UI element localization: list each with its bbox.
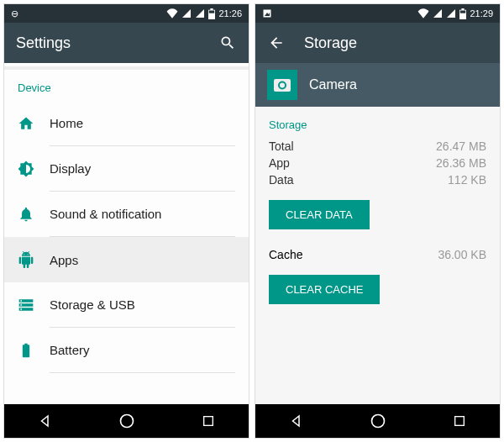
settings-screen: ⊖ 21:26 Settings Device Home — [3, 3, 249, 439]
page-title: Settings — [16, 34, 218, 52]
section-label: Device — [4, 70, 249, 101]
wifi-icon — [417, 8, 429, 18]
app-bar: Settings — [4, 23, 249, 63]
android-icon — [18, 251, 50, 268]
app-bar: Storage — [255, 23, 500, 63]
nav-recent-icon[interactable] — [198, 411, 218, 431]
clear-cache-button[interactable]: CLEAR CACHE — [269, 275, 380, 304]
clock-text: 21:26 — [218, 8, 242, 18]
back-arrow-icon[interactable] — [267, 34, 286, 52]
nav-recent-icon[interactable] — [449, 411, 470, 431]
nav-home-icon[interactable] — [117, 411, 137, 431]
svg-point-8 — [371, 415, 384, 428]
svg-rect-0 — [209, 10, 214, 13]
battery-icon — [208, 8, 215, 19]
storage-app-row: App 26.36 MB — [255, 155, 500, 171]
nav-back-icon[interactable] — [286, 411, 307, 431]
storage-total-row: Total 26.47 MB — [255, 138, 500, 155]
settings-content: Device Home Display Sound & notification… — [4, 63, 249, 404]
svg-rect-2 — [203, 417, 213, 426]
row-value: 26.47 MB — [436, 139, 486, 153]
nav-back-icon[interactable] — [35, 411, 55, 431]
item-label: Storage & USB — [50, 282, 235, 328]
row-label: Total — [269, 139, 294, 153]
wifi-icon — [166, 8, 178, 18]
battery-icon — [459, 8, 466, 19]
row-label: App — [269, 156, 290, 170]
navigation-bar — [255, 404, 500, 438]
signal-icon — [433, 8, 443, 18]
item-label: Home — [50, 101, 235, 146]
settings-item-storage[interactable]: Storage & USB — [4, 282, 249, 328]
signal-icon — [181, 8, 192, 18]
item-label: Apps — [50, 237, 235, 282]
settings-item-home[interactable]: Home — [4, 101, 249, 146]
clock-text: 21:29 — [470, 8, 493, 18]
row-value: 26.36 MB — [436, 156, 486, 170]
signal-icon — [446, 8, 456, 18]
bell-icon — [18, 206, 50, 223]
svg-point-1 — [120, 415, 133, 428]
clear-data-button[interactable]: CLEAR DATA — [269, 200, 370, 229]
display-icon — [18, 160, 50, 177]
home-icon — [18, 115, 50, 132]
dnd-icon: ⊖ — [11, 8, 18, 19]
storage-icon — [18, 297, 50, 313]
section-label: Storage — [255, 107, 500, 138]
camera-app-icon — [267, 70, 297, 100]
status-bar: 21:29 — [255, 4, 500, 23]
signal-icon — [195, 8, 205, 18]
app-name: Camera — [309, 77, 357, 92]
item-label: Battery — [50, 328, 235, 373]
settings-item-sound[interactable]: Sound & notification — [4, 192, 249, 237]
svg-rect-9 — [454, 417, 464, 426]
item-label: Display — [50, 146, 235, 192]
search-icon[interactable] — [218, 34, 237, 52]
storage-cache-row: Cache 36.00 KB — [255, 241, 500, 263]
row-value: 36.00 KB — [438, 248, 486, 261]
item-label: Sound & notification — [50, 192, 235, 237]
row-label: Cache — [269, 248, 302, 261]
navigation-bar — [4, 404, 249, 438]
status-bar: ⊖ 21:26 — [4, 4, 249, 23]
screenshot-icon — [262, 8, 272, 18]
page-title: Storage — [304, 34, 488, 52]
storage-data-row: Data 112 KB — [255, 171, 500, 188]
row-label: Data — [269, 173, 294, 187]
svg-rect-4 — [460, 10, 465, 13]
svg-point-7 — [280, 83, 285, 88]
settings-item-display[interactable]: Display — [4, 146, 249, 192]
storage-screen: 21:29 Storage Camera Storage Total 26.47… — [255, 3, 501, 439]
storage-content: Storage Total 26.47 MB App 26.36 MB Data… — [255, 107, 500, 404]
row-value: 112 KB — [448, 173, 486, 187]
app-subheader: Camera — [255, 63, 500, 107]
nav-home-icon[interactable] — [368, 411, 388, 431]
battery-icon — [18, 342, 50, 359]
settings-item-apps[interactable]: Apps — [4, 237, 249, 282]
settings-item-battery[interactable]: Battery — [4, 328, 249, 373]
